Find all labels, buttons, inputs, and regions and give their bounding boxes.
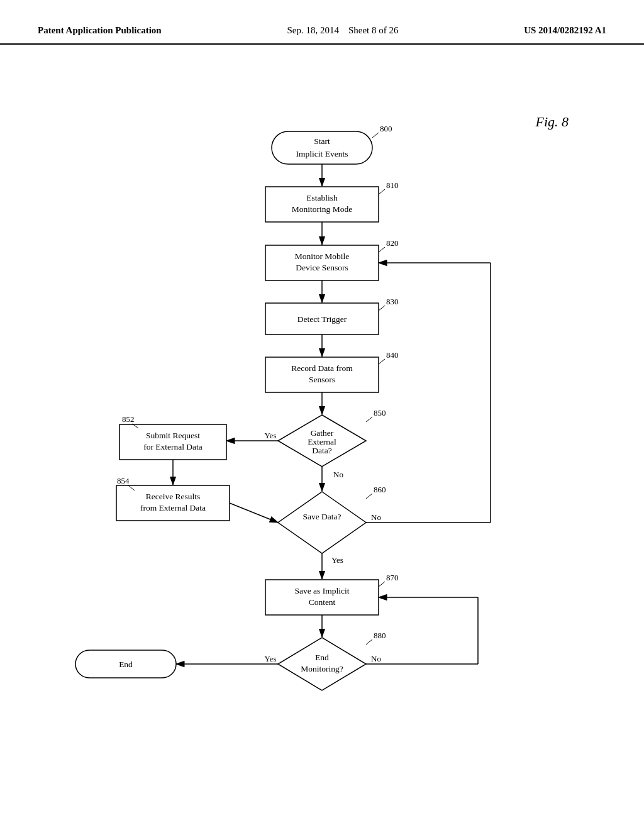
svg-line-16: [366, 417, 372, 422]
ref-850: 850: [374, 408, 386, 418]
ref-870: 870: [386, 573, 399, 582]
node-810-text1: Establish: [306, 193, 338, 202]
label-no-880: No: [371, 654, 381, 663]
node-870-text2: Content: [309, 597, 336, 607]
label-no-850: No: [333, 470, 343, 479]
svg-line-11: [379, 306, 385, 311]
ref-854: 854: [117, 476, 130, 485]
ref-830: 830: [386, 297, 399, 306]
publication-title: Patent Application Publication: [38, 25, 162, 36]
node-800-text: Start: [314, 136, 330, 146]
node-840-text1: Record Data from: [291, 363, 353, 373]
node-820-text2: Device Sensors: [296, 263, 348, 272]
node-860-diamond: [278, 492, 366, 553]
ref-800: 800: [380, 124, 392, 133]
label-yes-880: Yes: [265, 654, 277, 663]
node-810-text2: Monitoring Mode: [292, 204, 352, 214]
sheet-info: Sheet 8 of 26: [348, 25, 399, 35]
node-880-text2: Monitoring?: [301, 664, 343, 673]
svg-line-31: [379, 582, 385, 587]
label-yes-850: Yes: [265, 431, 277, 440]
svg-line-2: [372, 133, 379, 138]
node-850-text1: Gather: [311, 428, 334, 438]
publication-date-sheet: Sep. 18, 2014 Sheet 8 of 26: [287, 25, 398, 36]
node-end-text: End: [119, 660, 133, 669]
node-830-text: Detect Trigger: [297, 314, 347, 324]
node-800-text2: Implicit Events: [296, 149, 348, 158]
ref-852: 852: [122, 414, 135, 424]
node-852-text2: for External Data: [143, 442, 203, 451]
publication-date: Sep. 18, 2014: [287, 25, 339, 35]
flowchart-svg: text { font-family: 'Times New Roman', T…: [0, 45, 644, 818]
svg-line-25: [366, 494, 372, 499]
page-header: Patent Application Publication Sep. 18, …: [0, 0, 644, 45]
node-880-text1: End: [315, 653, 329, 662]
diagram-area: Fig. 8 text { font-family: 'Times New Ro…: [0, 45, 644, 818]
node-840-text2: Sensors: [309, 375, 335, 384]
node-850-text2: External: [308, 437, 336, 446]
ref-810: 810: [386, 180, 399, 190]
ref-820: 820: [386, 238, 399, 248]
ref-880: 880: [374, 631, 386, 640]
svg-line-14: [379, 359, 385, 364]
node-850-text3: Data?: [312, 446, 331, 455]
ref-840: 840: [386, 350, 399, 360]
patent-number: US 2014/0282192 A1: [524, 25, 606, 36]
svg-line-8: [379, 247, 385, 252]
node-820-text1: Monitor Mobile: [295, 252, 350, 261]
svg-line-5: [379, 189, 385, 194]
svg-line-24: [230, 503, 278, 523]
ref-860: 860: [374, 485, 386, 494]
label-yes-860: Yes: [331, 555, 343, 565]
node-870-text1: Save as Implicit: [295, 586, 350, 595]
label-no-860: No: [371, 512, 381, 522]
node-852-text1: Submit Request: [146, 431, 200, 440]
node-860-text1: Save Data?: [303, 512, 341, 521]
node-854-text1: Receive Results: [146, 492, 201, 501]
svg-line-33: [366, 639, 372, 645]
node-854-text2: from External Data: [140, 503, 206, 512]
